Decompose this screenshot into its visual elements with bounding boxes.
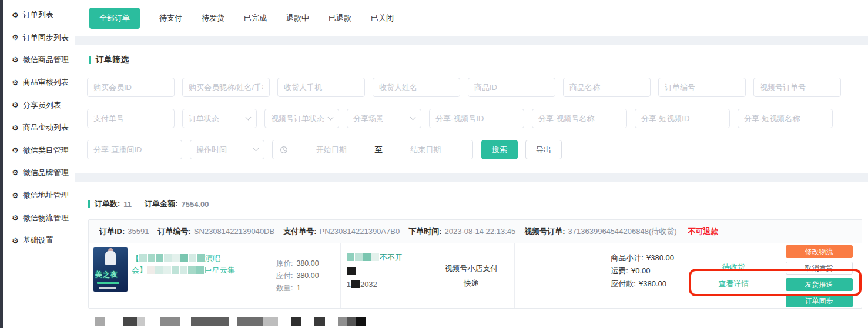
subtotal-label: 商品小计: <box>611 253 644 262</box>
tab-closed[interactable]: 已关闭 <box>371 13 394 24</box>
cancel-shipment-button[interactable]: 取消发货 <box>786 262 853 275</box>
sidebar-item-product-audit[interactable]: ⚙商品审核列表 <box>3 71 75 93</box>
wx-order-no-input[interactable] <box>753 78 841 97</box>
gear-icon: ⚙ <box>12 56 19 63</box>
filter-row-1 <box>87 78 868 97</box>
end-date-input[interactable] <box>386 145 466 154</box>
redaction-block <box>347 267 356 275</box>
order-admin-screen: ⚙订单列表 ⚙订单同步列表 ⚙微信商品管理 ⚙商品审核列表 ⚙分享员列表 ⚙商品… <box>0 0 868 328</box>
redacted-next-order-row <box>88 317 868 326</box>
wx-order-label: 视频号订单: <box>524 226 565 237</box>
tab-refunding[interactable]: 退款中 <box>286 13 309 24</box>
sidebar-item-sharer-list[interactable]: ⚙分享员列表 <box>3 94 75 116</box>
share-live-room-id-input[interactable] <box>87 140 182 159</box>
sidebar-item-wechat-logistics[interactable]: ⚙微信物流管理 <box>3 207 75 229</box>
modify-logistics-button[interactable]: 修改物流 <box>786 245 853 258</box>
date-range-picker[interactable]: 至 <box>272 140 473 159</box>
order-sn-input[interactable] <box>658 78 746 97</box>
gear-icon: ⚙ <box>12 192 19 199</box>
order-id-value: 35591 <box>128 227 149 236</box>
filter-section-title: 订单筛选 <box>89 55 868 65</box>
chevron-down-icon <box>410 115 416 121</box>
payable-value: ¥380.00 <box>639 279 666 288</box>
tab-all-orders[interactable]: 全部订单 <box>89 8 140 29</box>
order-card-header: 订单ID: 35591 订单编号: SN23081422139040DB 支付单… <box>89 220 862 243</box>
filter-row-2: 订单状态 视频号订单状态 分享场景 <box>87 109 868 128</box>
tab-completed[interactable]: 已完成 <box>244 13 267 24</box>
sidebar-item-order-sync-list[interactable]: ⚙订单同步列表 <box>3 26 75 48</box>
payable-price-label: 应付: <box>276 272 293 280</box>
product-title[interactable]: 【演唱 会】巨星云集 <box>132 247 266 304</box>
chevron-down-icon <box>253 146 259 152</box>
sidebar-item-label: 分享员列表 <box>23 100 61 111</box>
gear-icon: ⚙ <box>12 124 19 132</box>
order-status-select[interactable]: 订单状态 <box>182 109 257 128</box>
gear-icon: ⚙ <box>12 169 19 176</box>
actions-column: 修改物流 取消发货 发货推送 订单同步 <box>776 243 862 308</box>
filter-row-3: 操作时间 至 搜索 导出 <box>87 140 868 159</box>
buyer-phone: 12032 <box>347 277 428 291</box>
shipment-push-button[interactable]: 发货推送 <box>786 278 853 291</box>
gear-icon: ⚙ <box>12 11 19 19</box>
receiver-phone-input[interactable] <box>277 78 365 97</box>
order-sync-button[interactable]: 订单同步 <box>786 294 853 307</box>
quantity-value: 1 <box>296 284 300 292</box>
wx-order-status-select[interactable]: 视频号订单状态 <box>264 109 339 128</box>
quantity-label: 数量: <box>276 284 293 292</box>
sidebar-item-wechat-product[interactable]: ⚙微信商品管理 <box>3 49 75 71</box>
redaction-block <box>351 280 360 288</box>
non-refundable-flag: 不可退款 <box>688 226 719 237</box>
subtotal-value: ¥380.00 <box>646 253 674 262</box>
original-price-label: 原价: <box>276 259 293 267</box>
order-filter-panel: 订单筛选 订单状态 视频号订单状态 分享场景 <box>75 45 868 173</box>
empty-column <box>514 243 601 308</box>
order-sn-value: SN23081422139040DB <box>194 227 274 236</box>
search-button[interactable]: 搜索 <box>481 140 518 159</box>
order-time-label: 下单时间: <box>408 226 441 237</box>
product-id-input[interactable] <box>468 78 555 97</box>
product-price-block: 原价:380.00 应付:380.00 数量:1 <box>276 257 319 294</box>
buyer-member-id-input[interactable] <box>87 78 175 97</box>
order-id-label: 订单ID: <box>99 226 125 237</box>
share-video-id-input[interactable] <box>635 109 730 128</box>
share-video-name-input[interactable] <box>738 109 833 128</box>
share-channel-id-input[interactable] <box>429 109 524 128</box>
sidebar-item-wechat-category[interactable]: ⚙微信类目管理 <box>3 139 75 161</box>
gear-icon: ⚙ <box>12 34 19 41</box>
buyer-nick-name-phone-input[interactable] <box>182 78 270 97</box>
pay-no-value: PN230814221390A7B0 <box>320 227 400 236</box>
divider-band <box>75 36 868 45</box>
order-list-panel: 订单数: 11 订单金额: 7554.00 订单ID: 35591 订单编号: … <box>75 182 868 328</box>
buyer-name-redacted <box>347 264 428 277</box>
pay-no-input[interactable] <box>87 109 175 128</box>
payable-price-value: 380.00 <box>296 272 319 280</box>
tab-pending-shipment[interactable]: 待发货 <box>202 13 224 24</box>
order-amount-label: 订单金额: <box>145 199 177 209</box>
share-scene-select[interactable]: 分享场景 <box>347 109 421 128</box>
buyer-column: 不不开 12032 <box>340 243 428 308</box>
sidebar-item-label: 商品审核列表 <box>23 77 69 88</box>
view-detail-link[interactable]: 查看详情 <box>718 279 749 289</box>
sidebar-item-product-change[interactable]: ⚙商品变动列表 <box>3 116 75 139</box>
sidebar-item-order-list[interactable]: ⚙订单列表 <box>3 4 75 26</box>
export-button[interactable]: 导出 <box>525 140 562 159</box>
order-time-value: 2023-08-14 22:13:45 <box>445 227 516 236</box>
sidebar-item-label: 微信商品管理 <box>23 55 69 65</box>
start-date-input[interactable] <box>291 145 371 154</box>
tab-pending-payment[interactable]: 待支付 <box>159 13 182 24</box>
sidebar-item-label: 基础设置 <box>23 235 53 246</box>
sidebar-item-wechat-address[interactable]: ⚙微信地址管理 <box>3 184 75 206</box>
gear-icon: ⚙ <box>12 79 19 86</box>
order-card-body: 美之夜 【演唱 会】巨星云集 原价:380.00 应付:380.00 数量:1 <box>89 243 862 308</box>
receiver-name-input[interactable] <box>373 78 460 97</box>
product-name-input[interactable] <box>563 78 651 97</box>
payment-column: 视频号小店支付 快递 <box>428 243 515 308</box>
payable-label: 应付款: <box>611 279 636 288</box>
sidebar-item-wechat-brand[interactable]: ⚙微信品牌管理 <box>3 162 75 184</box>
tab-refunded[interactable]: 已退款 <box>329 13 351 24</box>
sidebar-item-label: 微信物流管理 <box>23 213 69 223</box>
sidebar-item-basic-settings[interactable]: ⚙基础设置 <box>3 229 75 252</box>
main-content: 全部订单 待支付 待发货 已完成 退款中 已退款 已关闭 订单筛选 <box>75 0 868 328</box>
operation-time-select[interactable]: 操作时间 <box>190 140 264 159</box>
share-channel-name-input[interactable] <box>532 109 627 128</box>
